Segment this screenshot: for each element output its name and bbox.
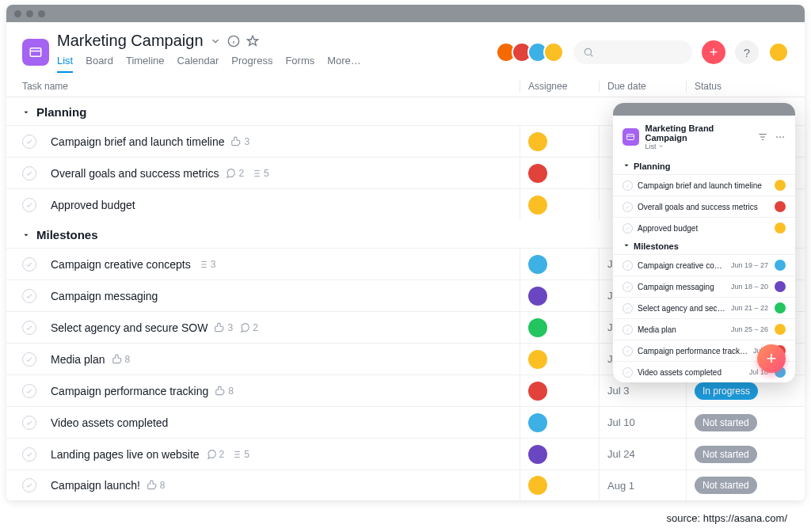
task-name: Campaign brief and launch timeline [51, 135, 224, 148]
assignee-avatar[interactable] [528, 318, 547, 337]
tab-progress[interactable]: Progress [231, 55, 272, 73]
likes-count[interactable]: 3 [230, 136, 249, 147]
complete-checkbox[interactable] [623, 303, 633, 314]
status-pill[interactable]: In progress [695, 382, 758, 400]
assignee-avatar[interactable] [528, 196, 547, 215]
member-avatars[interactable] [501, 42, 564, 63]
svg-rect-0 [30, 48, 41, 57]
subtasks-count[interactable]: 5 [230, 449, 249, 460]
tab-forms[interactable]: Forms [285, 55, 314, 73]
likes-count[interactable]: 8 [147, 480, 166, 491]
status-pill[interactable]: Not started [695, 477, 757, 494]
mobile-task-row[interactable]: Approved budget [613, 217, 795, 238]
assignee-avatar[interactable] [528, 413, 547, 432]
status-pill[interactable]: Not started [695, 414, 757, 431]
filter-icon[interactable] [757, 131, 768, 142]
complete-checkbox[interactable] [623, 260, 633, 271]
mobile-task-row[interactable]: Campaign brief and launch timeline [613, 174, 795, 196]
comments-count[interactable]: 2 [225, 168, 244, 179]
assignee-avatar[interactable] [528, 382, 547, 401]
complete-checkbox[interactable] [623, 346, 633, 356]
complete-checkbox[interactable] [623, 282, 633, 292]
chevron-down-icon[interactable] [210, 36, 221, 47]
avatar[interactable] [543, 42, 564, 63]
help-button[interactable]: ? [735, 40, 759, 64]
complete-checkbox[interactable] [22, 447, 36, 462]
search-input[interactable] [573, 40, 692, 64]
star-icon[interactable] [246, 35, 259, 48]
comments-count[interactable]: 2 [206, 449, 225, 460]
complete-checkbox[interactable] [22, 257, 36, 272]
task-name: Video assets completed [51, 416, 168, 429]
due-date[interactable]: Jul 24 [599, 439, 686, 469]
complete-checkbox[interactable] [623, 223, 633, 234]
likes-count[interactable]: 8 [112, 354, 131, 365]
assignee-avatar[interactable] [528, 164, 547, 183]
tab-more[interactable]: More… [327, 55, 361, 73]
complete-checkbox[interactable] [22, 321, 36, 335]
task-name: Approved budget [638, 224, 763, 233]
assignee-avatar[interactable] [528, 476, 547, 495]
complete-checkbox[interactable] [623, 180, 633, 191]
tab-timeline[interactable]: Timeline [126, 55, 165, 73]
complete-checkbox[interactable] [22, 384, 36, 398]
task-row[interactable]: Landing pages live on website 25 Jul 24 … [6, 438, 805, 469]
col-status: Status [686, 81, 773, 92]
chevron-down-icon[interactable] [658, 143, 664, 149]
tab-board[interactable]: Board [86, 55, 113, 73]
due-date[interactable]: Jul 10 [599, 407, 686, 438]
complete-checkbox[interactable] [623, 325, 633, 335]
assignee-avatar[interactable] [528, 255, 547, 274]
task-name: Overall goals and success metrics [638, 203, 763, 211]
assignee-avatar [775, 260, 786, 271]
likes-count[interactable]: 8 [215, 386, 234, 397]
mobile-section-header[interactable]: Planning [613, 158, 795, 174]
add-button[interactable]: + [702, 40, 725, 64]
mobile-subtitle: List [645, 142, 657, 150]
task-row[interactable]: Video assets completed Jul 10 Not starte… [6, 406, 805, 438]
complete-checkbox[interactable] [22, 416, 36, 430]
assignee-avatar[interactable] [528, 445, 547, 464]
comments-count[interactable]: 2 [239, 322, 258, 333]
more-icon[interactable] [775, 131, 786, 142]
complete-checkbox[interactable] [22, 135, 36, 149]
profile-avatar[interactable] [768, 42, 789, 63]
mobile-task-row[interactable]: Overall goals and success metrics [613, 196, 795, 217]
task-name: Campaign brief and launch timeline [638, 181, 763, 190]
column-headers: Task name Assignee Due date Status [6, 76, 805, 97]
subtasks-count[interactable]: 5 [250, 168, 269, 179]
mobile-task-row[interactable]: Campaign creative concepts Jun 19 – 27 [613, 254, 795, 276]
likes-count[interactable]: 3 [214, 322, 233, 333]
status-pill[interactable]: Not started [695, 446, 757, 463]
due-date: Jun 18 – 20 [731, 283, 768, 291]
info-icon[interactable] [227, 35, 240, 48]
assignee-avatar[interactable] [528, 350, 547, 369]
due-date[interactable]: Aug 1 [599, 470, 686, 500]
task-row[interactable]: Campaign launch! 8 Aug 1 Not started [6, 469, 805, 501]
assignee-avatar [775, 302, 786, 314]
mobile-task-row[interactable]: Campaign messaging Jun 18 – 20 [613, 276, 795, 297]
tab-calendar[interactable]: Calendar [177, 55, 219, 73]
assignee-avatar[interactable] [528, 132, 547, 151]
complete-checkbox[interactable] [22, 166, 36, 180]
page-title: Marketing Campaign [57, 32, 204, 50]
assignee-avatar[interactable] [528, 287, 547, 306]
subtasks-count[interactable]: 3 [197, 259, 216, 270]
caret-down-icon [623, 241, 630, 251]
mobile-task-row[interactable]: Select agency and secure SOW Jun 21 – 22 [613, 297, 795, 318]
complete-checkbox[interactable] [22, 198, 36, 212]
complete-checkbox[interactable] [22, 478, 36, 492]
mobile-task-row[interactable]: Media plan Jun 25 – 26 [613, 318, 795, 340]
due-date: Jun 25 – 26 [731, 325, 768, 333]
mobile-add-button[interactable]: + [757, 344, 786, 373]
complete-checkbox[interactable] [22, 289, 36, 303]
tab-list[interactable]: List [57, 55, 73, 73]
svg-rect-3 [627, 135, 634, 140]
svg-point-2 [584, 48, 591, 55]
complete-checkbox[interactable] [623, 202, 633, 212]
complete-checkbox[interactable] [623, 367, 633, 378]
complete-checkbox[interactable] [22, 352, 36, 367]
mobile-section-header[interactable]: Milestones [613, 238, 795, 254]
assignee-avatar [775, 201, 786, 212]
search-icon [583, 47, 594, 58]
